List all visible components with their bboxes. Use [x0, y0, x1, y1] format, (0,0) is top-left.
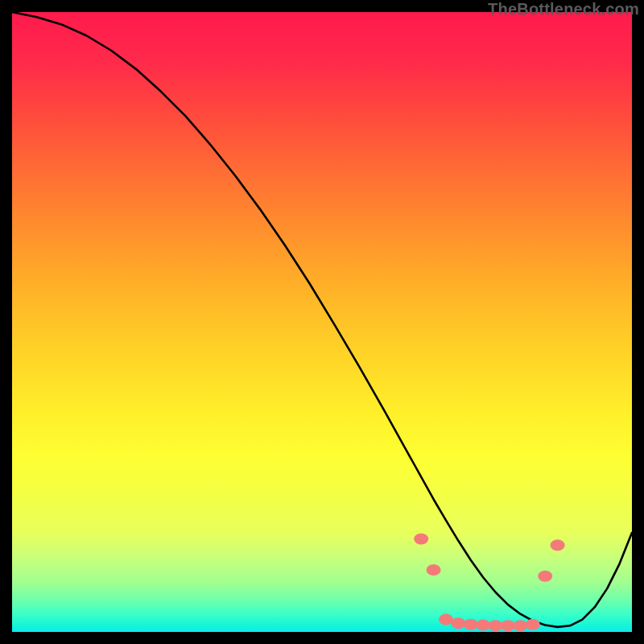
- marker-point: [526, 619, 540, 630]
- plot-area: [12, 12, 632, 632]
- marker-point: [427, 564, 441, 576]
- chart-stage: TheBottleneck.com: [0, 0, 644, 644]
- marker-point: [439, 614, 453, 625]
- marker-point: [551, 539, 565, 551]
- watermark-text: TheBottleneck.com: [488, 0, 639, 19]
- marker-point: [489, 620, 503, 631]
- marker-point: [513, 620, 527, 631]
- marker-point: [464, 619, 478, 630]
- marker-point: [414, 534, 428, 545]
- marker-point: [451, 617, 465, 629]
- marker-point: [501, 620, 515, 631]
- marker-group: [414, 534, 564, 632]
- marker-point: [476, 620, 490, 631]
- bottleneck-curve: [12, 12, 632, 627]
- curve-layer: [12, 12, 632, 632]
- marker-point: [538, 571, 552, 582]
